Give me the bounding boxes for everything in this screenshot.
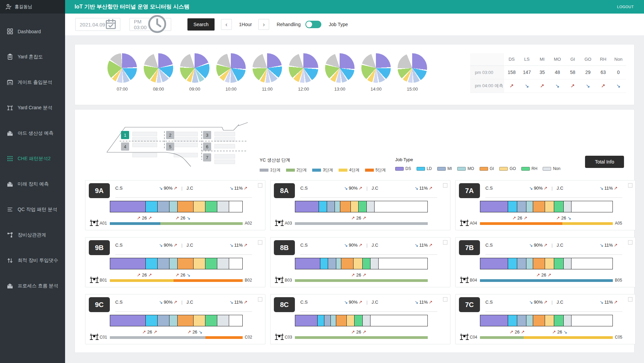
legend-item: MI: [437, 166, 452, 171]
legend-item: 2단계: [286, 167, 307, 173]
card-checkbox[interactable]: [258, 183, 262, 188]
jobtype-stacked-bar: [295, 201, 428, 212]
trend-cell: ↘: [580, 79, 596, 93]
up-arrow-icon: ↗: [362, 215, 366, 221]
card-divider: [300, 311, 437, 312]
bay-start-label: B03: [285, 278, 292, 283]
down-arrow-icon: ↘: [344, 300, 348, 305]
progress-segment: [110, 279, 174, 282]
map-block-4[interactable]: 4: [121, 142, 129, 151]
sidebar-item-5[interactable]: 야드 생산성 예측: [0, 120, 65, 146]
yc-stage-progress-bar: [295, 222, 428, 225]
cs-stat: ↘90%↗: [159, 243, 177, 248]
jobtype-stacked-bar: [480, 201, 613, 212]
sidebar-item-1[interactable]: Dashboard: [0, 19, 65, 44]
search-button[interactable]: Search: [187, 18, 215, 31]
card-checkbox[interactable]: [258, 297, 262, 302]
sidebar-item-2[interactable]: Yard 혼잡도: [0, 44, 65, 70]
hourly-pies-panel: 07:0008:0009:0010:0011:0012:0013:0014:00…: [75, 44, 635, 105]
stat-divider: |: [366, 300, 367, 305]
map-block-1[interactable]: 1: [121, 131, 129, 139]
user-profile[interactable]: 홍길동님: [0, 0, 65, 14]
date-input[interactable]: 2021.04.09: [75, 18, 120, 31]
up-arrow-icon: ↗: [556, 215, 560, 221]
card-checkbox[interactable]: [628, 183, 632, 188]
sidebar-item-4[interactable]: Yard Crane 분석: [0, 95, 65, 120]
legend-label: Non: [553, 166, 560, 171]
card-checkbox[interactable]: [258, 240, 262, 245]
map-block-5[interactable]: 5: [166, 142, 174, 151]
legend-item: 1단계: [260, 167, 281, 173]
total-info-button[interactable]: Total Info: [585, 156, 624, 168]
bar-segment-GI: [533, 201, 545, 212]
sidebar-item-7[interactable]: 미래 장치 예측: [0, 171, 65, 197]
pie-chart: [398, 53, 427, 83]
card-stats: C.S↘90%↗|J.C↘11%↗: [115, 300, 247, 305]
gate-icon: [7, 79, 13, 85]
up-arrow-icon: ↗: [614, 186, 618, 191]
rehandling-jobtype-toggle[interactable]: [305, 21, 321, 28]
jc-stat: ↘11%↗: [229, 243, 247, 248]
legend-label: MO: [467, 166, 474, 171]
jc-label: J.C: [557, 186, 563, 191]
logout-button[interactable]: LOGOUT: [617, 5, 634, 9]
card-checkbox[interactable]: [443, 297, 447, 302]
bar-segment-GI: [178, 315, 194, 326]
col-header-LS: LS: [519, 53, 535, 65]
bar-segment-MO: [336, 258, 342, 269]
sidebar-item-8[interactable]: QC 작업 패턴 분석: [0, 197, 65, 222]
stat-divider: |: [366, 186, 367, 191]
sidebar-item-3[interactable]: 게이트 출입분석: [0, 70, 65, 95]
jc-label: J.C: [371, 186, 378, 191]
down-arrow-icon: ↘: [159, 300, 163, 305]
sidebar-item-11[interactable]: 프로세스 흐름 분석: [0, 273, 65, 299]
sidebar-item-9[interactable]: 장비상관관계: [0, 222, 65, 248]
hourly-pie: 07:00: [107, 53, 137, 92]
sidebar-item-label: Yard 혼잡도: [18, 54, 43, 60]
card-stats: C.S↘90%↗|J.C↘11%↗: [485, 300, 618, 305]
legend-swatch: [543, 167, 551, 171]
bar-segment-Non: [363, 315, 370, 326]
value-cell: 147: [519, 65, 535, 79]
yard-detail-panel: 1234567 YC 생산성 단계 1단계2단계3단계4단계5단계 Job Ty…: [75, 109, 635, 353]
yc-stage-progress-bar: [480, 279, 613, 282]
sidebar-item-label: Yard Crane 분석: [18, 105, 52, 111]
time-input[interactable]: PM 03:00: [129, 18, 171, 31]
bar-segment-RH: [359, 201, 366, 212]
down-arrow-icon: ↘: [600, 186, 603, 191]
legend-label: 4단계: [349, 167, 360, 173]
card-checkbox[interactable]: [443, 240, 447, 245]
legend-label: 5단계: [376, 167, 386, 173]
card-checkbox[interactable]: [628, 240, 632, 245]
card-checkbox[interactable]: [628, 297, 632, 302]
card-stats: C.S↘90%↗|J.C↘11%↗: [300, 300, 432, 305]
card-divider: [485, 311, 622, 312]
prev-hour-button[interactable]: ‹: [221, 19, 232, 30]
hourly-pie: 12:00: [289, 53, 318, 92]
crane-move-annotation: ↗26↗: [351, 215, 366, 221]
trend-cell: ↘: [611, 79, 626, 93]
map-block-2[interactable]: 2: [166, 131, 174, 139]
col-header-DS: DS: [504, 53, 519, 65]
card-checkbox[interactable]: [443, 183, 447, 188]
down-arrow-icon: ↘: [344, 243, 348, 248]
hourly-pie: 13:00: [325, 53, 355, 92]
time-value: PM 03:00: [134, 19, 147, 30]
next-hour-button[interactable]: ›: [258, 19, 269, 30]
value-cell: 29: [580, 65, 596, 79]
down-arrow-icon: ↘: [415, 300, 418, 305]
map-block-7[interactable]: 7: [203, 153, 211, 161]
yc-legend-title: YC 생산성 단계: [260, 157, 386, 163]
legend-swatch: [312, 169, 321, 172]
up-arrow-icon: ↗: [536, 272, 540, 278]
up-arrow-icon: ↗: [137, 215, 141, 221]
pie-chart: [253, 53, 282, 83]
map-block-3[interactable]: 3: [203, 131, 211, 139]
bar-segment-GI: [178, 201, 194, 212]
sidebar-item-6[interactable]: CHE 패턴분석2: [0, 146, 65, 171]
map-block-6[interactable]: 6: [203, 142, 211, 151]
sidebar-item-10[interactable]: 최적 장비 투입댓수: [0, 248, 65, 273]
up-arrow-icon: ↗: [175, 272, 179, 278]
sidebar-item-label: Dashboard: [18, 29, 41, 34]
bar-segment-MI: [158, 258, 169, 269]
